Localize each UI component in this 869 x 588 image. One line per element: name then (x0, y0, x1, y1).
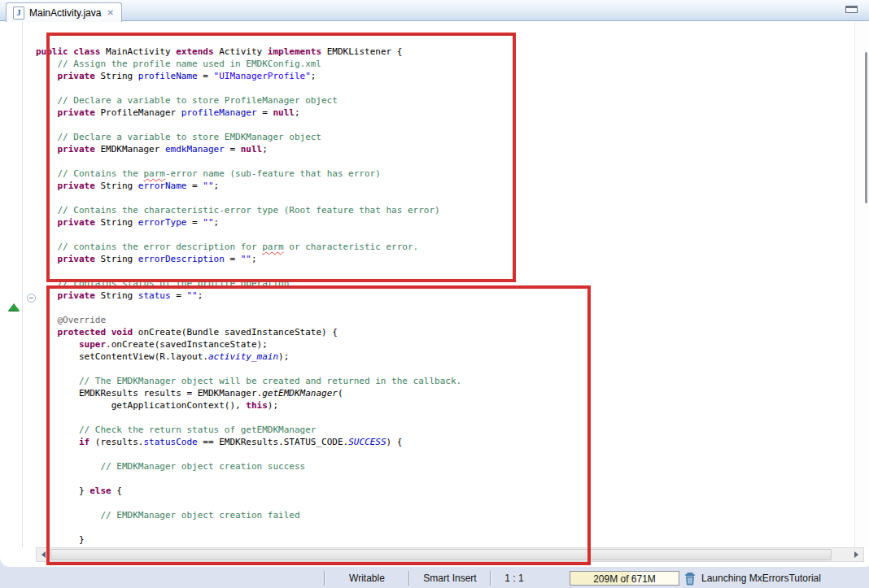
code-segment: // contains status of the profile operat… (36, 278, 289, 289)
code-line: super.onCreate(savedInstanceState); (36, 338, 869, 351)
trash-icon[interactable] (683, 572, 697, 586)
code-segment: emdkManager (165, 144, 225, 155)
code-segment: "" (186, 290, 197, 301)
code-segment (36, 107, 58, 118)
heap-status-text: 209M of 671M (570, 573, 679, 585)
code-segment: "" (203, 181, 213, 191)
code-segment: "" (203, 217, 213, 228)
code-segment: MainActivity (100, 46, 176, 57)
tab-mainactivity[interactable]: J MainActivity.java ✕ (6, 2, 122, 22)
tab-title: MainActivity.java (29, 7, 101, 19)
code-segment: // Check the return status of getEMDKMan… (36, 425, 316, 435)
green-arrow-marker-icon (8, 303, 20, 311)
editor-pane[interactable]: public class MainActivity extends Activi… (0, 21, 869, 567)
code-segment: profileManager (181, 107, 257, 118)
code-segment: ; (251, 254, 257, 264)
code-segment (36, 217, 58, 228)
code-line: // The EMDKManager object will be create… (36, 375, 869, 387)
code-line: // Declare a variable to store EMDKManag… (36, 131, 869, 143)
code-segment: "" (241, 254, 251, 264)
code-segment: profileName (138, 71, 198, 81)
code-line (36, 363, 869, 375)
horizontal-scrollbar[interactable] (36, 547, 864, 562)
code-line: private String errorType = ""; (36, 216, 869, 229)
eclipse-editor-window: public class MainActivity extends Activi… (0, 0, 869, 588)
tab-close-icon[interactable]: ✕ (106, 8, 114, 17)
scroll-left-arrow-icon[interactable] (37, 548, 50, 561)
code-segment: null (273, 107, 295, 118)
code-segment: ; (295, 107, 300, 118)
code-line: protected void onCreate(Bundle savedInst… (36, 326, 869, 338)
code-segment: private (58, 254, 95, 264)
code-line: // contains status of the profile operat… (36, 277, 869, 290)
code-segment: setContentView(R.layout. (36, 351, 208, 362)
collapse-fold-icon[interactable] (27, 294, 36, 303)
minimize-editor-icon[interactable] (845, 6, 858, 13)
insert-mode-status: Smart Insert (410, 573, 490, 584)
code-segment: // Declare a variable to store EMDKManag… (36, 132, 321, 142)
code-segment: // Contains the characteristic-error typ… (36, 205, 440, 216)
code-segment: Activity (214, 46, 268, 57)
code-line (36, 497, 869, 509)
code-segment: private (58, 290, 95, 301)
code-segment: String (95, 181, 138, 191)
code-line (36, 302, 869, 314)
code-line: private String errorName = ""; (36, 180, 869, 192)
code-segment: ; (311, 71, 317, 81)
code-segment: = (186, 181, 203, 191)
code-segment: errorType (138, 217, 187, 228)
code-segment: if (79, 437, 90, 447)
code-line (36, 192, 869, 204)
code-segment: private (58, 144, 95, 155)
code-segment (36, 327, 58, 338)
horizontal-scrollbar-thumb[interactable] (50, 549, 832, 560)
status-bar: Writable Smart Insert 1 : 1 209M of 671M… (0, 569, 869, 588)
code-segment: ); (278, 351, 289, 362)
code-line: private EMDKManager emdkManager = null; (36, 143, 869, 155)
caret-position-status: 1 : 1 (491, 573, 537, 584)
code-segment: == EMDKResults.STATUS_CODE. (198, 437, 348, 447)
code-segment: "UIManagerProfile" (214, 71, 311, 81)
code-line (36, 82, 869, 94)
code-segment: else (90, 486, 111, 496)
code-segment: ProfileManager (95, 107, 181, 118)
progress-status-text: Launching MxErrorsTutorial (701, 573, 821, 584)
code-segment: this (246, 400, 268, 411)
code-segment (36, 437, 79, 447)
code-line (36, 412, 869, 424)
code-segment (36, 290, 58, 301)
heap-status-widget[interactable]: 209M of 671M (570, 571, 679, 586)
code-segment: parm (143, 168, 165, 179)
vertical-scrollbar-thumb[interactable] (865, 52, 867, 203)
code-line: private ProfileManager profileManager = … (36, 107, 869, 119)
code-segment: null (241, 144, 263, 155)
code-line: } (36, 534, 869, 546)
code-segment: = (225, 144, 241, 155)
code-segment: statusCode (143, 437, 197, 447)
code-segment (36, 339, 79, 350)
code-segment: } (36, 486, 90, 496)
code-segment: // Assign the profile name used in EMDKC… (36, 59, 321, 69)
code-segment: errorName (138, 181, 187, 191)
code-segment: (results. (90, 437, 143, 447)
code-segment: implements (268, 46, 321, 57)
code-segment: String (95, 254, 138, 264)
code-segment: -error name (sub-feature that has error) (165, 168, 381, 179)
code-line: setContentView(R.layout.activity_main); (36, 351, 869, 363)
code-segment: ( (338, 388, 343, 399)
code-segment: activity_main (208, 351, 278, 362)
code-segment: SUCCESS (348, 437, 386, 447)
code-segment: // EMDKManager object creation success (36, 461, 305, 472)
code-line: // Declare a variable to store ProfileMa… (36, 94, 869, 107)
code-line (36, 229, 869, 241)
code-segment: private (58, 217, 95, 228)
code-segment: // EMDKManager object creation failed (36, 510, 300, 520)
writable-status: Writable (325, 573, 408, 584)
scroll-right-arrow-icon[interactable] (849, 548, 863, 561)
code-segment: private (58, 181, 95, 191)
code-segment: EMDKListener { (321, 46, 402, 57)
code-line: private String errorDescription = ""; (36, 253, 869, 265)
code-line: public class MainActivity extends Activi… (36, 46, 869, 58)
code-segment: getEMDKManager (262, 388, 338, 399)
code-editor[interactable]: public class MainActivity extends Activi… (0, 46, 869, 558)
